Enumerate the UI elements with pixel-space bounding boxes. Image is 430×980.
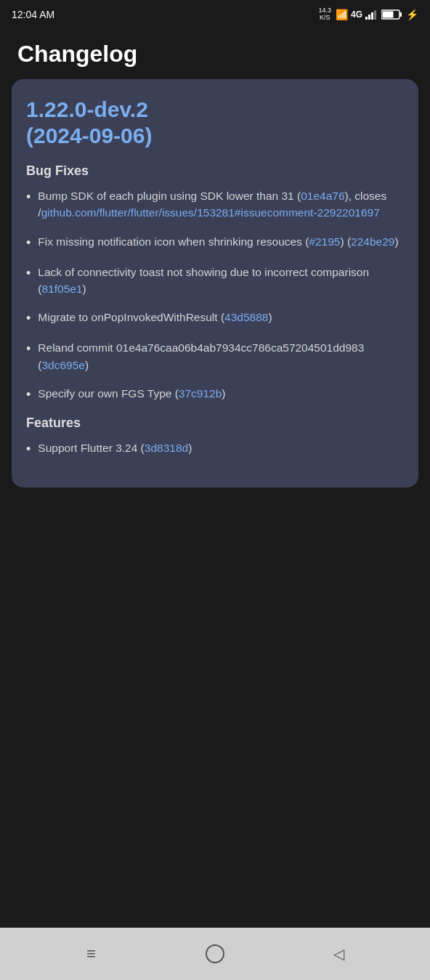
list-item: • Migrate to onPopInvokedWithResult (43d…: [26, 309, 404, 328]
changelog-card: 1.22.0-dev.2 (2024-09-06) Bug Fixes • Bu…: [12, 79, 418, 487]
version-date: (2024-09-06): [26, 123, 152, 147]
home-button[interactable]: [199, 938, 231, 970]
bullet-text: Fix missing notification icon when shrin…: [38, 233, 398, 250]
bug-fixes-section: Bug Fixes • Bump SDK of each plugin usin…: [26, 163, 404, 404]
menu-button[interactable]: ≡: [75, 938, 107, 970]
features-title: Features: [26, 416, 404, 431]
svg-rect-0: [365, 17, 368, 20]
menu-icon: ≡: [86, 944, 96, 963]
commit-link[interactable]: 3d8318d: [145, 442, 188, 454]
battery-icon: [381, 9, 403, 20]
bullet-dot: •: [26, 386, 31, 404]
list-item: • Bump SDK of each plugin using SDK lowe…: [26, 187, 404, 222]
wifi-icon: 📶: [336, 9, 348, 20]
bullet-dot: •: [26, 340, 31, 358]
status-time: 12:04 AM: [12, 9, 54, 20]
commit-link[interactable]: 224be29: [351, 235, 394, 248]
bullet-dot: •: [26, 264, 31, 283]
bullet-dot: •: [26, 188, 31, 206]
commit-link[interactable]: 37c912b: [179, 387, 222, 400]
commit-link[interactable]: 81f05e1: [41, 283, 82, 295]
back-icon: ◁: [333, 945, 344, 963]
svg-rect-3: [374, 10, 376, 20]
list-item: • Lack of connectivity toast not showing…: [26, 264, 404, 298]
bullet-dot: •: [26, 440, 31, 458]
svg-rect-6: [383, 12, 394, 18]
bullet-text: Migrate to onPopInvokedWithResult (43d58…: [38, 309, 272, 325]
version-heading: 1.22.0-dev.2 (2024-09-06): [26, 97, 404, 149]
bullet-text: Specify our own FGS Type (37c912b): [38, 385, 225, 402]
svg-rect-2: [371, 12, 373, 20]
issue-link[interactable]: #2195: [309, 235, 340, 248]
bullet-text: Bump SDK of each plugin using SDK lower …: [38, 187, 404, 222]
issue-link[interactable]: github.com/flutter/flutter/issues/153281…: [41, 206, 380, 219]
back-button[interactable]: ◁: [323, 938, 355, 970]
list-item: • Support Flutter 3.24 (3d8318d): [26, 440, 404, 458]
svg-rect-1: [368, 15, 370, 20]
home-icon: [206, 944, 224, 963]
svg-rect-5: [400, 12, 402, 17]
version-number: 1.22.0-dev.2: [26, 97, 148, 121]
bullet-dot: •: [26, 309, 31, 328]
list-item: • Reland commit 01e4a76caa06b4ab7934cc78…: [26, 339, 404, 373]
page-title: Changelog: [17, 41, 413, 68]
data-speed: 14.3 K/S: [318, 7, 331, 22]
nav-bar: ≡ ◁: [0, 928, 430, 980]
features-list: • Support Flutter 3.24 (3d8318d): [26, 440, 404, 458]
list-item: • Fix missing notification icon when shr…: [26, 233, 404, 252]
bullet-dot: •: [26, 234, 31, 252]
bug-fixes-list: • Bump SDK of each plugin using SDK lowe…: [26, 187, 404, 404]
bullet-text: Lack of connectivity toast not showing d…: [38, 264, 404, 298]
list-item: • Specify our own FGS Type (37c912b): [26, 385, 404, 404]
status-bar: 12:04 AM 14.3 K/S 📶 4G ⚡: [0, 0, 430, 26]
page-title-area: Changelog: [0, 26, 430, 79]
status-icons: 14.3 K/S 📶 4G ⚡: [318, 7, 418, 22]
bullet-text: Reland commit 01e4a76caa06b4ab7934cc786c…: [38, 339, 404, 373]
network-type-label: 4G: [351, 9, 362, 20]
bug-fixes-title: Bug Fixes: [26, 163, 404, 179]
charging-icon: ⚡: [406, 9, 418, 20]
bullet-text: Support Flutter 3.24 (3d8318d): [38, 440, 192, 456]
features-section: Features • Support Flutter 3.24 (3d8318d…: [26, 416, 404, 458]
commit-link[interactable]: 3dc695e: [41, 359, 84, 371]
signal-icon: [365, 9, 378, 20]
commit-link[interactable]: 43d5888: [224, 311, 268, 323]
content-area: 1.22.0-dev.2 (2024-09-06) Bug Fixes • Bu…: [0, 79, 430, 715]
commit-link[interactable]: 01e4a76: [301, 190, 344, 202]
